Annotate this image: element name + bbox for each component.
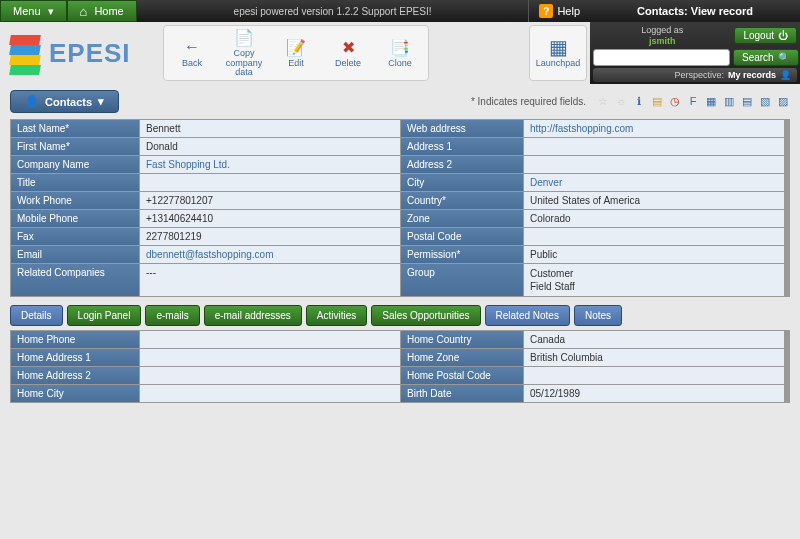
menu-button[interactable]: Menu [0, 0, 67, 22]
edit-button[interactable]: 📝Edit [270, 28, 322, 78]
search-label: Search [742, 52, 774, 63]
postal-value[interactable] [524, 228, 784, 245]
grid3-icon[interactable]: ▤ [740, 95, 754, 109]
powered-text: epesi powered version 1.2.2 Support EPES… [137, 0, 529, 22]
hphone-label: Home Phone [11, 331, 139, 348]
addr2-value[interactable] [524, 156, 784, 173]
section-bar: 👤Contacts▾ * Indicates required fields. … [0, 84, 800, 119]
wphone-value[interactable]: +12277801207 [140, 192, 400, 209]
launchpad-button[interactable]: ▦ Launchpad [529, 25, 587, 81]
top-bar: Menu Home epesi powered version 1.2.2 Su… [0, 0, 800, 22]
haddr2-value[interactable] [140, 367, 400, 384]
launchpad-label: Launchpad [536, 59, 581, 69]
main-form: Last Name*Bennett Web addresshttp://fast… [0, 119, 800, 297]
logged-as-label: Logged as [641, 25, 683, 35]
company-link[interactable]: Fast Shopping Ltd. [146, 159, 230, 170]
birth-value[interactable]: 05/12/1989 [524, 385, 784, 402]
tab-sales-opportunities[interactable]: Sales Opportunities [371, 305, 480, 326]
email-link[interactable]: dbennett@fastshopping.com [146, 249, 273, 260]
bell-icon[interactable]: ☼ [614, 95, 628, 109]
country-label: Country* [401, 192, 523, 209]
user-icon: 👤 [780, 70, 791, 80]
clock-icon[interactable]: ◷ [668, 95, 682, 109]
copy-button[interactable]: 📄Copy company data [218, 28, 270, 78]
zone-value[interactable]: Colorado [524, 210, 784, 227]
tab-notes[interactable]: Notes [574, 305, 622, 326]
web-value[interactable]: http://fastshopping.com [524, 120, 784, 137]
country-value[interactable]: United States of America [524, 192, 784, 209]
help-icon: ? [539, 4, 553, 18]
company-label: Company Name [11, 156, 139, 173]
last-name-value[interactable]: Bennett [140, 120, 400, 137]
section-title[interactable]: 👤Contacts▾ [10, 90, 119, 113]
logout-button[interactable]: Logout⏻ [734, 27, 797, 44]
addr1-value[interactable] [524, 138, 784, 155]
mphone-value[interactable]: +13140624410 [140, 210, 400, 227]
tab-related-notes[interactable]: Related Notes [485, 305, 570, 326]
star-icon[interactable]: ☆ [596, 95, 610, 109]
section-title-text: Contacts [45, 96, 92, 108]
tab-emails[interactable]: e-mails [145, 305, 199, 326]
hcountry-value[interactable]: Canada [524, 331, 784, 348]
back-button[interactable]: ←Back [166, 28, 218, 78]
email-label: Email [11, 246, 139, 263]
clone-button[interactable]: 📑Clone [374, 28, 426, 78]
tab-details[interactable]: Details [10, 305, 63, 326]
grid4-icon[interactable]: ▧ [758, 95, 772, 109]
email-value[interactable]: dbennett@fastshopping.com [140, 246, 400, 263]
logo-text: EPESI [49, 38, 131, 69]
home-label: Home [94, 5, 123, 17]
web-link[interactable]: http://fastshopping.com [530, 123, 633, 134]
birth-label: Birth Date [401, 385, 523, 402]
group-value[interactable]: Customer Field Staff [524, 264, 784, 296]
delete-button[interactable]: ✖Delete [322, 28, 374, 78]
hpostal-value[interactable] [524, 367, 784, 384]
clone-icon: 📑 [390, 37, 410, 57]
grid5-icon[interactable]: ▨ [776, 95, 790, 109]
perm-value[interactable]: Public [524, 246, 784, 263]
back-icon: ← [182, 37, 202, 57]
hcity-value[interactable] [140, 385, 400, 402]
filter-icon[interactable]: F [686, 95, 700, 109]
search-button[interactable]: Search🔍 [733, 49, 799, 66]
hphone-value[interactable] [140, 331, 400, 348]
first-name-value[interactable]: Donald [140, 138, 400, 155]
logo: EPESI [0, 22, 160, 84]
contacts-icon: 👤 [25, 95, 39, 108]
city-value[interactable]: Denver [524, 174, 784, 191]
hzone-label: Home Zone [401, 349, 523, 366]
grid1-icon[interactable]: ▦ [704, 95, 718, 109]
zone-label: Zone [401, 210, 523, 227]
city-label: City [401, 174, 523, 191]
info-icon[interactable]: ℹ [632, 95, 646, 109]
fax-value[interactable]: 2277801219 [140, 228, 400, 245]
note-icon[interactable]: ▤ [650, 95, 664, 109]
perspective-label: Perspective: [674, 70, 724, 80]
tab-activities[interactable]: Activities [306, 305, 367, 326]
title-value[interactable] [140, 174, 400, 191]
search-input[interactable] [593, 49, 730, 66]
tab-login-panel[interactable]: Login Panel [67, 305, 142, 326]
logged-as: Logged asjsmith [593, 25, 731, 47]
hzone-value[interactable]: British Columbia [524, 349, 784, 366]
fax-label: Fax [11, 228, 139, 245]
perspective-bar[interactable]: Perspective: My records👤 [593, 68, 797, 82]
perspective-value: My records [728, 70, 776, 80]
haddr2-label: Home Address 2 [11, 367, 139, 384]
home-button[interactable]: Home [67, 0, 137, 22]
clone-label: Clone [388, 59, 412, 69]
city-link[interactable]: Denver [530, 177, 562, 188]
company-value[interactable]: Fast Shopping Ltd. [140, 156, 400, 173]
haddr1-value[interactable] [140, 349, 400, 366]
perm-label: Permission* [401, 246, 523, 263]
logo-icon [5, 33, 45, 73]
help-button[interactable]: ?Help [528, 0, 590, 22]
required-note: * Indicates required fields. [471, 96, 586, 107]
tab-email-addresses[interactable]: e-mail addresses [204, 305, 302, 326]
mini-toolbar: ☆ ☼ ℹ ▤ ◷ F ▦ ▥ ▤ ▧ ▨ [596, 95, 790, 109]
wphone-label: Work Phone [11, 192, 139, 209]
copy-label: Copy company data [221, 49, 267, 79]
group-label: Group [401, 264, 523, 296]
grid2-icon[interactable]: ▥ [722, 95, 736, 109]
related-value[interactable]: --- [140, 264, 400, 296]
